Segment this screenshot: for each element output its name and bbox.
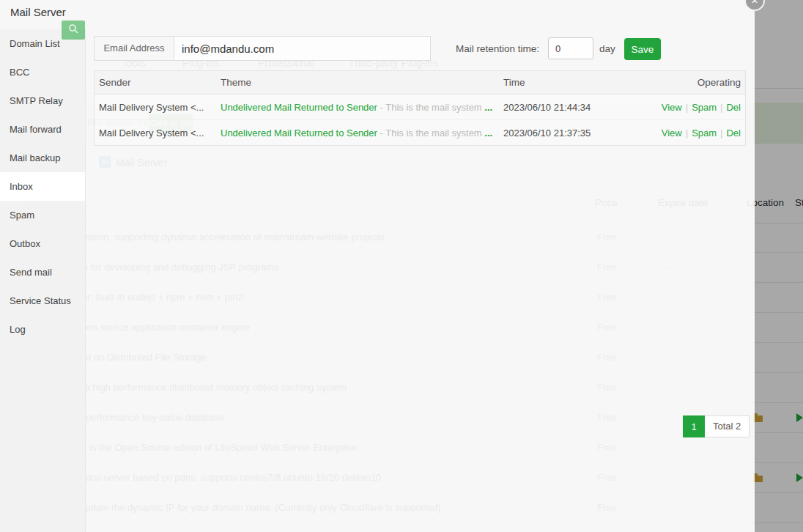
pagination-total: Total 2 bbox=[705, 415, 750, 437]
mail-sender: Mail Delivery System <... bbox=[95, 128, 216, 138]
mail-subject[interactable]: Undelivered Mail Returned to Sender bbox=[221, 102, 377, 113]
retention-unit: day bbox=[599, 43, 615, 54]
action-view[interactable]: View bbox=[662, 128, 682, 138]
sidebar-item-mail-backup[interactable]: Mail backup bbox=[0, 144, 85, 172]
table-row: Mail Delivery System <...Undelivered Mai… bbox=[95, 120, 745, 145]
mail-preview: - This is the mail system bbox=[377, 128, 484, 138]
mail-rows: Mail Delivery System <...Undelivered Mai… bbox=[95, 95, 745, 145]
action-separator: | bbox=[686, 102, 688, 113]
action-separator: | bbox=[720, 128, 722, 138]
mail-actions: View|Spam|Del bbox=[645, 128, 745, 138]
pagination-page-1[interactable]: 1 bbox=[683, 415, 705, 437]
inbox-table-header: SenderThemeTimeOperating bbox=[95, 71, 745, 95]
action-separator: | bbox=[720, 102, 722, 113]
inbox-table: SenderThemeTimeOperating Mail Delivery S… bbox=[94, 70, 746, 146]
close-icon: ✕ bbox=[751, 0, 758, 6]
mail-server-modal: Mail Server Domain ListBCCSMTP RelayMail… bbox=[0, 0, 755, 532]
action-spam[interactable]: Spam bbox=[692, 102, 717, 113]
mail-preview-ellipsis: ... bbox=[484, 102, 492, 113]
mail-theme: Undelivered Mail Returned to Sender - Th… bbox=[216, 102, 499, 113]
action-separator: | bbox=[686, 128, 688, 138]
action-del[interactable]: Del bbox=[726, 102, 741, 113]
sidebar-item-mail-forward[interactable]: Mail forward bbox=[0, 115, 85, 144]
sidebar-item-bcc[interactable]: BCC bbox=[0, 58, 85, 86]
mail-theme: Undelivered Mail Returned to Sender - Th… bbox=[216, 128, 499, 138]
mail-preview-ellipsis: ... bbox=[484, 128, 492, 138]
sidebar-item-outbox[interactable]: Outbox bbox=[0, 229, 85, 258]
email-address-label: Email Address bbox=[94, 36, 174, 61]
mail-time: 2023/06/10 21:44:34 bbox=[499, 102, 645, 113]
sidebar-item-service-status[interactable]: Service Status bbox=[0, 287, 85, 315]
sidebar-item-send-mail[interactable]: Send mail bbox=[0, 258, 85, 287]
retention-label: Mail retention time: bbox=[456, 43, 539, 54]
sidebar-item-spam[interactable]: Spam bbox=[0, 201, 85, 229]
mail-sender: Mail Delivery System <... bbox=[95, 102, 216, 113]
email-address-input[interactable] bbox=[174, 36, 431, 61]
mail-actions: View|Spam|Del bbox=[645, 102, 745, 113]
mail-subject[interactable]: Undelivered Mail Returned to Sender bbox=[221, 128, 377, 138]
sidebar-item-inbox[interactable]: Inbox bbox=[0, 172, 85, 201]
mail-preview: - This is the mail system bbox=[377, 102, 484, 113]
pagination: 1 Total 2 bbox=[683, 415, 750, 437]
mail-time: 2023/06/10 21:37:35 bbox=[499, 128, 645, 138]
sidebar-item-log[interactable]: Log bbox=[0, 315, 85, 344]
search-icon bbox=[68, 23, 78, 37]
search-button bbox=[62, 21, 85, 40]
action-del[interactable]: Del bbox=[726, 128, 741, 138]
modal-title: Mail Server bbox=[10, 6, 66, 18]
column-header-theme: Theme bbox=[216, 77, 499, 88]
column-header-operating: Operating bbox=[645, 77, 745, 88]
table-row: Mail Delivery System <...Undelivered Mai… bbox=[95, 95, 745, 120]
action-spam[interactable]: Spam bbox=[692, 128, 717, 138]
action-view[interactable]: View bbox=[662, 102, 682, 113]
save-button[interactable]: Save bbox=[624, 38, 661, 60]
column-header-sender: Sender bbox=[95, 77, 216, 88]
sidebar-item-smtp-relay[interactable]: SMTP Relay bbox=[0, 86, 85, 115]
retention-input[interactable] bbox=[548, 37, 593, 59]
column-header-time: Time bbox=[499, 77, 645, 88]
sidebar-items: Domain ListBCCSMTP RelayMail forwardMail… bbox=[0, 29, 85, 344]
